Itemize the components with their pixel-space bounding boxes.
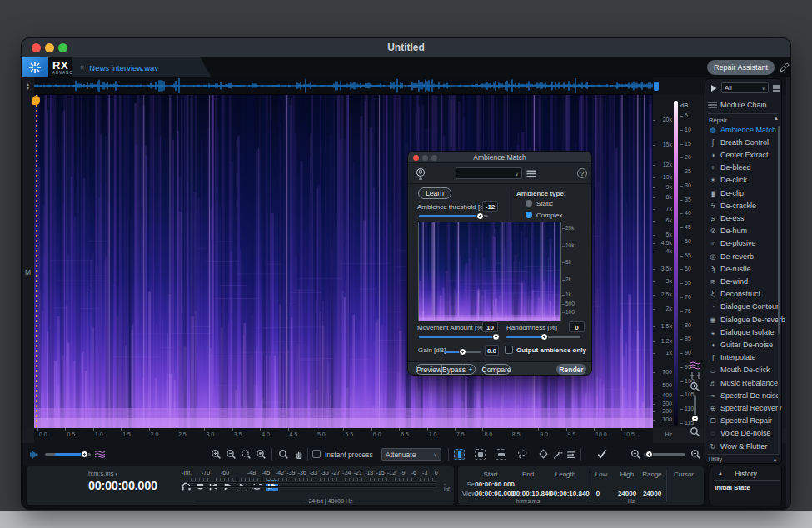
collapse-triangle-icon[interactable]: ▴ — [774, 456, 776, 461]
h-zoom-slider-thumb[interactable] — [645, 451, 653, 458]
module-item-de-click[interactable]: ☀De-click — [705, 174, 781, 187]
magnify-tool-icon[interactable] — [278, 449, 289, 460]
checkmark-tool-icon[interactable] — [596, 448, 608, 460]
module-item-deconstruct[interactable]: ξDeconstruct — [705, 288, 781, 301]
magic-wand-tool-icon[interactable] — [552, 449, 563, 460]
waveform-view-icon[interactable] — [28, 450, 38, 460]
movement-value[interactable]: 10 — [482, 321, 498, 332]
overview-handle[interactable] — [654, 82, 659, 91]
adjust-levels-tool-icon[interactable] — [565, 449, 576, 460]
waveform-overview[interactable] — [34, 77, 653, 95]
vertical-zoom-out-icon[interactable] — [690, 426, 700, 437]
module-item-de-crackle[interactable]: ϟDe-crackle — [705, 199, 781, 212]
module-item-dialogue-de-reverb[interactable]: ◉Dialogue De-reverb — [705, 313, 781, 326]
repair-assistant-button[interactable]: Repair Assistant — [707, 60, 775, 75]
spectrogram-view-icon[interactable] — [690, 361, 701, 370]
vertical-zoom-thumb[interactable] — [691, 415, 699, 422]
collapse-triangle-icon[interactable]: ▲ — [774, 116, 779, 121]
add-button[interactable]: + — [466, 366, 475, 374]
module-item-de-ess[interactable]: ʂDe-ess — [705, 212, 781, 224]
gain-slider-thumb[interactable] — [459, 348, 466, 356]
frequency-ruler[interactable]: 20k15k12k10k9k8k7k6k5k4.5k4k3.5k3k2.5k2k… — [653, 95, 674, 428]
tab-close-icon[interactable]: × — [80, 63, 84, 72]
module-item-center-extract[interactable]: ◑Center Extract — [705, 148, 781, 161]
module-item-dialogue-isolate[interactable]: ◒Dialogue Isolate — [705, 326, 781, 338]
brush-tool-icon[interactable] — [538, 449, 549, 460]
threshold-slider[interactable] — [419, 215, 481, 217]
help-button[interactable]: ? — [577, 168, 587, 178]
module-item-voice-de-noise[interactable]: ◌Voice De-noise — [705, 427, 781, 440]
blend-slider-thumb[interactable] — [81, 451, 88, 458]
module-item-mouth-de-click[interactable]: ◡Mouth De-click — [705, 364, 781, 376]
preview-play-icon[interactable] — [710, 84, 718, 92]
learn-button[interactable]: Learn — [418, 187, 451, 199]
utility-section-header[interactable]: Utility — [709, 456, 722, 462]
module-item-guitar-de-noise[interactable]: ◖Guitar De-noise — [705, 338, 781, 351]
sidebar-scrollbar-thumb[interactable] — [778, 126, 780, 334]
preset-menu-icon[interactable] — [526, 169, 537, 178]
bypass-button[interactable]: Bypass — [442, 366, 466, 374]
h-zoom-in-icon[interactable] — [690, 449, 701, 460]
hand-tool-icon[interactable] — [294, 449, 305, 460]
zoom-selection-icon[interactable] — [241, 449, 252, 460]
module-item-ambience-match[interactable]: ◍Ambience Match — [705, 123, 781, 136]
mouth-de-click-icon: ◡ — [705, 366, 720, 374]
lasso-tool-icon[interactable] — [517, 449, 528, 460]
static-radio[interactable] — [526, 200, 532, 207]
module-item-de-wind[interactable]: ≋De-wind — [705, 275, 781, 287]
render-button[interactable]: Render — [556, 364, 586, 375]
history-item[interactable]: Initial State — [715, 484, 750, 491]
module-filter-select[interactable]: All∨ — [721, 82, 769, 93]
vertical-zoom-in-icon[interactable] — [690, 381, 700, 392]
module-item-de-reverb[interactable]: ◎De-reverb — [705, 250, 781, 262]
complex-radio[interactable] — [526, 212, 532, 218]
module-item-spectral-recovery[interactable]: ⊕Spectral Recovery — [705, 401, 781, 414]
preset-dropdown[interactable]: ∨ — [456, 167, 522, 179]
compare-button[interactable]: Compare — [482, 364, 511, 375]
h-zoom-out-icon[interactable] — [630, 449, 641, 460]
time-ruler[interactable]: 0.00.51.01.52.02.53.03.54.04.55.05.56.06… — [34, 428, 653, 443]
spectrogram-blend-icon[interactable] — [94, 450, 106, 459]
output-ambience-checkbox[interactable] — [505, 346, 513, 354]
module-item-spectral-de-noise[interactable]: ≈Spectral De-noise — [705, 389, 781, 401]
zoom-in-icon[interactable] — [211, 449, 222, 460]
time-format-label[interactable]: h:m:s.ms ▾ — [88, 470, 117, 477]
edit-pencil-icon[interactable] — [778, 61, 791, 74]
waveform-spectrogram-blend-icon[interactable] — [690, 371, 701, 380]
randomness-slider[interactable] — [506, 336, 545, 338]
threshold-slider-thumb[interactable] — [476, 212, 484, 220]
module-item-de-bleed[interactable]: ♀De-bleed — [705, 162, 781, 174]
sidebar-menu-icon[interactable] — [771, 83, 781, 93]
module-item-music-rebalance[interactable]: ♬Music Rebalance — [705, 376, 781, 389]
playhead-marker[interactable] — [32, 96, 40, 105]
threshold-value[interactable]: -12 — [482, 201, 498, 212]
process-mode-dropdown[interactable]: Attenuate∨ — [381, 448, 441, 461]
randomness-value[interactable]: 0 — [569, 321, 585, 332]
module-item-de-clip[interactable]: ▮De-clip — [705, 187, 781, 199]
module-item-de-plosive[interactable]: ♂De-plosive — [705, 237, 781, 250]
playhead-time-display[interactable]: 00:00:00.000 — [88, 479, 157, 492]
module-item-de-hum[interactable]: ⊘De-hum — [705, 225, 781, 237]
module-item-de-rustle[interactable]: ϡDe-rustle — [705, 262, 781, 275]
module-item-spectral-repair[interactable]: ⊡Spectral Repair — [705, 415, 781, 427]
gain-value[interactable]: 0.0 — [485, 345, 499, 356]
zoom-fit-icon[interactable] — [256, 449, 267, 460]
module-item-interpolate[interactable]: ∫Interpolate — [705, 351, 781, 364]
movement-slider-thumb[interactable] — [492, 333, 500, 341]
ambience-preview-spectrogram — [418, 222, 561, 321]
file-tab[interactable]: × News interview.wav — [72, 57, 212, 77]
module-item-wow-flutter[interactable]: ↻Wow & Flutter — [705, 440, 781, 452]
movement-slider[interactable] — [419, 336, 496, 338]
module-item-breath-control[interactable]: ʃBreath Control — [705, 136, 781, 148]
time-selection-tool[interactable] — [454, 449, 465, 460]
overview-collapse-control[interactable]: ▴▾ — [22, 77, 34, 95]
frequency-selection-tool[interactable] — [496, 449, 506, 460]
module-chain-item[interactable]: Module Chain — [705, 98, 781, 111]
time-frequency-selection-tool[interactable] — [475, 449, 486, 460]
zoom-out-icon[interactable] — [226, 449, 237, 460]
preview-button[interactable]: Preview — [416, 366, 441, 374]
amplitude-colorbar[interactable] — [674, 101, 678, 426]
randomness-slider-thumb[interactable] — [541, 333, 548, 341]
instant-process-checkbox[interactable] — [312, 450, 321, 458]
module-item-dialogue-contour[interactable]: ◔Dialogue Contour — [705, 301, 781, 313]
